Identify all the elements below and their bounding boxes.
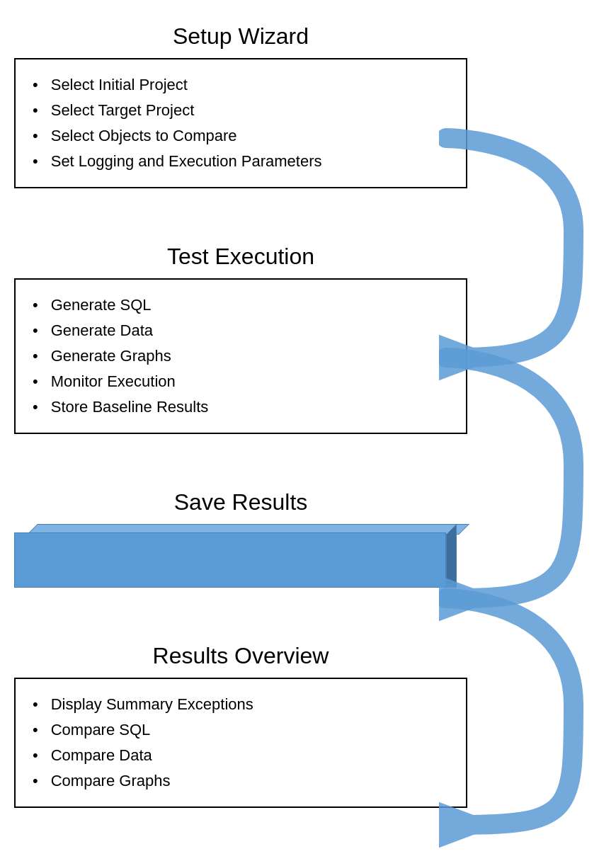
list-item: Display Summary Exceptions — [33, 692, 449, 717]
save-results-section: Save Results — [14, 477, 467, 588]
list-item: Select Target Project — [33, 98, 449, 123]
results-overview-box: Display Summary Exceptions Compare SQL C… — [14, 678, 467, 808]
page-container: Setup Wizard Select Initial Project Sele… — [0, 0, 616, 861]
test-execution-section: Test Execution Generate SQL Generate Dat… — [14, 231, 467, 434]
list-item: Select Objects to Compare — [33, 123, 449, 149]
save-results-box — [14, 524, 467, 588]
results-overview-list: Display Summary Exceptions Compare SQL C… — [33, 692, 449, 794]
test-execution-list: Generate SQL Generate Data Generate Grap… — [33, 292, 449, 420]
test-execution-box: Generate SQL Generate Data Generate Grap… — [14, 278, 467, 434]
save-box-side — [446, 524, 457, 588]
results-overview-section: Results Overview Display Summary Excepti… — [14, 630, 467, 808]
list-item: Select Initial Project — [33, 72, 449, 98]
save-box-front — [14, 532, 446, 588]
list-item: Compare Data — [33, 743, 449, 768]
results-overview-title: Results Overview — [14, 630, 467, 678]
list-item: Compare Graphs — [33, 768, 449, 794]
list-item: Compare SQL — [33, 717, 449, 743]
setup-wizard-box: Select Initial Project Select Target Pro… — [14, 58, 467, 188]
list-item: Monitor Execution — [33, 369, 449, 394]
list-item: Generate Data — [33, 318, 449, 343]
setup-wizard-list: Select Initial Project Select Target Pro… — [33, 72, 449, 174]
setup-wizard-section: Setup Wizard Select Initial Project Sele… — [14, 11, 467, 188]
setup-wizard-title: Setup Wizard — [14, 11, 467, 58]
list-item: Store Baseline Results — [33, 394, 449, 420]
test-execution-title: Test Execution — [14, 231, 467, 278]
list-item: Generate SQL — [33, 292, 449, 318]
list-item: Generate Graphs — [33, 343, 449, 369]
list-item: Set Logging and Execution Parameters — [33, 149, 449, 174]
save-results-title: Save Results — [14, 477, 467, 524]
